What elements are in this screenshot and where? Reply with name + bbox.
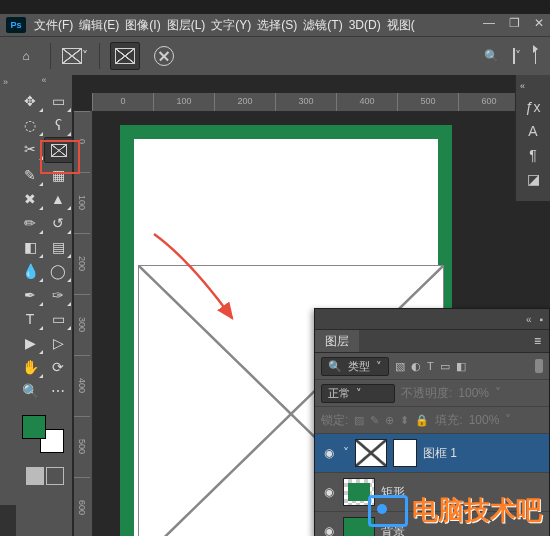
lock-label: 锁定: <box>321 412 348 429</box>
options-bar: ⌂ ˅ 🔍 ˅ <box>0 36 550 76</box>
hand-tool[interactable]: ✋ <box>16 355 44 379</box>
styles-panel-icon[interactable]: ƒx <box>526 99 541 115</box>
filter-label: 类型 <box>348 359 370 374</box>
history-brush-tool[interactable]: ↺ <box>44 211 72 235</box>
ruler-tick: 600 <box>458 93 519 111</box>
layer-mask-thumbnail[interactable] <box>393 439 417 467</box>
paragraph-panel-icon[interactable]: ¶ <box>529 147 537 163</box>
filter-smart-icon[interactable]: ◧ <box>456 360 466 373</box>
minimize-button[interactable]: — <box>483 16 495 30</box>
watermark: 电脑技术吧 <box>368 493 542 528</box>
move-tool[interactable]: ✥ <box>16 89 44 113</box>
visibility-toggle[interactable]: ◉ <box>321 485 337 499</box>
expand-chevron-icon[interactable]: « <box>520 81 525 91</box>
ruler-tick: 0 <box>74 111 90 172</box>
layer-name[interactable]: 图框 1 <box>423 445 457 462</box>
swatches-panel-icon[interactable]: ◪ <box>527 171 540 187</box>
ruler-tick: 600 <box>74 477 90 536</box>
lock-all-icon[interactable]: 🔒 <box>415 414 429 427</box>
ruler-horizontal[interactable]: 0 100 200 300 400 500 600 700 <box>92 93 550 112</box>
rotate-view-tool[interactable]: ⟳ <box>44 355 72 379</box>
quickmask-toggle[interactable] <box>26 467 72 485</box>
ruler-tick: 500 <box>74 416 90 477</box>
color-swatches[interactable] <box>20 413 68 457</box>
type-tool[interactable]: T <box>16 307 44 331</box>
layers-tab[interactable]: 图层 <box>315 330 359 352</box>
close-panel-icon[interactable]: ▪ <box>539 314 543 325</box>
edit-toolbar[interactable]: ⋯ <box>44 379 72 403</box>
toolbox-collapse-icon[interactable]: « <box>16 75 72 89</box>
home-icon[interactable]: ⌂ <box>12 43 40 69</box>
visibility-toggle[interactable]: ◉ <box>321 446 337 460</box>
watermark-text: 电脑技术吧 <box>412 493 542 528</box>
brush-tool[interactable]: ✏ <box>16 211 44 235</box>
visibility-toggle[interactable]: ◉ <box>321 524 337 536</box>
opacity-value[interactable]: 100% <box>458 386 489 400</box>
menu-file[interactable]: 文件(F) <box>34 17 73 34</box>
toolbox: « ✥ ▭ ◌ ʕ ✂ ✎ ▦ ✖ ▲ ✏ ↺ ◧ ▤ 💧 ◯ ✒ ✑ T ▭ … <box>16 75 73 536</box>
lock-position-icon[interactable]: ⊕ <box>385 414 394 427</box>
layer-thumbnail[interactable] <box>355 439 387 467</box>
frame-tool[interactable] <box>44 137 74 163</box>
restore-button[interactable]: ❐ <box>509 16 520 30</box>
lock-artboard-icon[interactable]: ⬍ <box>400 414 409 427</box>
marquee-tool[interactable]: ◌ <box>16 113 44 137</box>
menu-view[interactable]: 视图( <box>387 17 415 34</box>
clone-stamp-tool[interactable]: ▲ <box>44 187 72 211</box>
lock-paint-icon[interactable]: ✎ <box>370 414 379 427</box>
menu-layer[interactable]: 图层(L) <box>167 17 206 34</box>
lasso-tool[interactable]: ʕ <box>44 113 72 137</box>
path-select-tool[interactable]: ▶ <box>16 331 44 355</box>
ruler-vertical[interactable]: 0 100 200 300 400 500 600 <box>74 111 93 536</box>
filter-shape-icon[interactable]: ▭ <box>440 360 450 373</box>
app-logo[interactable]: Ps <box>6 17 26 33</box>
ruler-tool[interactable]: ▦ <box>44 163 72 187</box>
collapse-icon[interactable]: « <box>526 314 532 325</box>
menu-type[interactable]: 文字(Y) <box>211 17 251 34</box>
filter-type-select[interactable]: 🔍 类型 ˅ <box>321 357 389 376</box>
shape-tool[interactable]: ▭ <box>44 307 72 331</box>
layer-row[interactable]: ◉ ˅ 图框 1 <box>315 434 549 473</box>
close-button[interactable]: ✕ <box>534 16 544 30</box>
dodge-tool[interactable]: ◯ <box>44 259 72 283</box>
filter-type-icon[interactable]: T <box>427 360 434 372</box>
zoom-tool[interactable]: 🔍 <box>16 379 44 403</box>
healing-tool[interactable]: ✖ <box>16 187 44 211</box>
crop-tool[interactable]: ✂ <box>16 137 44 161</box>
search-icon[interactable]: 🔍 <box>484 49 499 63</box>
expand-chevron-icon[interactable]: » <box>3 77 8 87</box>
blend-opacity-row: 正常 ˅ 不透明度: 100%˅ <box>315 380 549 407</box>
ruler-tick: 0 <box>92 93 153 111</box>
frame-ellipse-option[interactable] <box>150 43 178 69</box>
expand-caret-icon[interactable]: ˅ <box>343 446 349 460</box>
eraser-tool[interactable]: ◧ <box>16 235 44 259</box>
menu-image[interactable]: 图像(I) <box>125 17 160 34</box>
blend-mode-value: 正常 <box>328 386 350 401</box>
gradient-tool[interactable]: ▤ <box>44 235 72 259</box>
menu-3d[interactable]: 3D(D) <box>349 18 381 32</box>
lock-pixels-icon[interactable]: ▨ <box>354 414 364 427</box>
title-bar <box>0 0 550 14</box>
opacity-label: 不透明度: <box>401 385 452 402</box>
menu-filter[interactable]: 滤镜(T) <box>303 17 342 34</box>
pen-tool[interactable]: ✒ <box>16 283 44 307</box>
menu-select[interactable]: 选择(S) <box>257 17 297 34</box>
blend-mode-select[interactable]: 正常 ˅ <box>321 384 395 403</box>
filter-adjust-icon[interactable]: ◐ <box>411 360 421 373</box>
workspace-switch-icon[interactable]: ˅ <box>513 49 521 63</box>
active-tool-preview[interactable]: ˅ <box>61 43 89 69</box>
share-icon[interactable] <box>535 49 536 63</box>
eyedropper-tool[interactable]: ✎ <box>16 163 44 187</box>
frame-rect-option[interactable] <box>110 42 140 70</box>
panel-menu-icon[interactable]: ≡ <box>534 334 549 348</box>
direct-select-tool[interactable]: ▷ <box>44 331 72 355</box>
foreground-color[interactable] <box>22 415 46 439</box>
filter-pixel-icon[interactable]: ▧ <box>395 360 405 373</box>
character-panel-icon[interactable]: A <box>528 123 537 139</box>
artboard-tool[interactable]: ▭ <box>44 89 72 113</box>
filter-toggle[interactable] <box>535 359 543 373</box>
menu-edit[interactable]: 编辑(E) <box>79 17 119 34</box>
blur-tool[interactable]: 💧 <box>16 259 44 283</box>
freeform-pen-tool[interactable]: ✑ <box>44 283 72 307</box>
fill-value[interactable]: 100% <box>469 413 500 427</box>
